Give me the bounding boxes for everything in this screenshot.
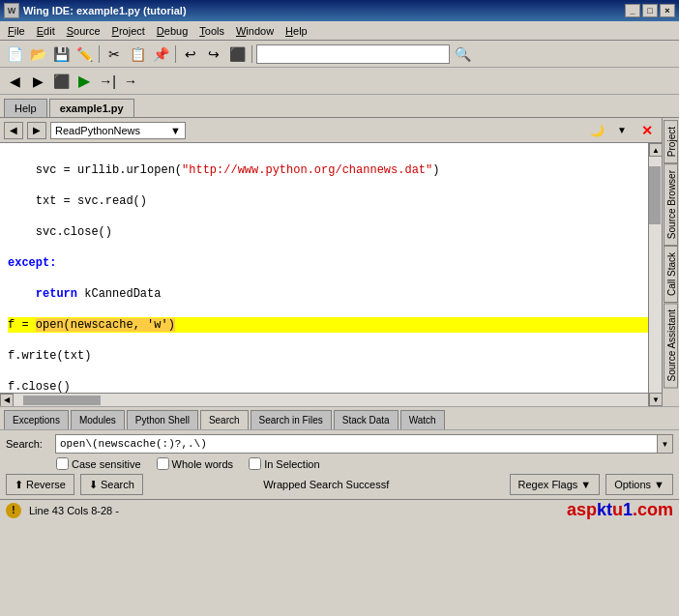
scroll-up-button[interactable]: ▲	[649, 143, 662, 157]
status-bar: ! Line 43 Cols 8-28 - aspktu1.com	[0, 499, 679, 520]
right-tab-call-stack[interactable]: Call Stack	[664, 246, 678, 303]
checkbox-row: Case sensitive Whole words In Selection	[6, 457, 673, 470]
menu-help[interactable]: Help	[280, 23, 313, 39]
code-editor[interactable]: svc = urllib.urlopen("http://www.python.…	[0, 143, 662, 393]
code-content: svc = urllib.urlopen("http://www.python.…	[0, 143, 662, 393]
save-file-button[interactable]: 💾	[50, 44, 72, 65]
close-window-button[interactable]: ×	[660, 4, 675, 17]
h-scroll-thumb[interactable]	[23, 396, 101, 405]
menu-window[interactable]: Window	[230, 23, 280, 39]
right-tab-source-browser[interactable]: Source Browser	[664, 163, 678, 246]
cut-button[interactable]: ✂	[103, 44, 125, 65]
run-button[interactable]: ▶	[74, 71, 95, 92]
search-dropdown-button[interactable]: ▼	[658, 434, 673, 454]
code-line: svc.close()	[8, 224, 654, 240]
step-into-button[interactable]: →|	[97, 71, 118, 92]
reverse-button[interactable]: ⬆ Reverse	[6, 474, 74, 495]
regex-flags-label: Regex Flags	[518, 479, 578, 490]
copy-button[interactable]: 📋	[127, 44, 148, 65]
search-button[interactable]: ⬇ Search	[80, 474, 143, 495]
wrapped-status: Wrapped Search Successf	[149, 479, 504, 490]
back-button[interactable]: ◀	[4, 71, 25, 92]
regex-dropdown-icon: ▼	[580, 479, 591, 490]
search-toolbar-button[interactable]: 🔍	[452, 44, 473, 65]
redo-button[interactable]: ↪	[203, 44, 224, 65]
tab-python-shell[interactable]: Python Shell	[127, 410, 198, 429]
tab-help[interactable]: Help	[4, 99, 47, 117]
dropdown-icon[interactable]: ▼	[611, 120, 633, 141]
scroll-thumb[interactable]	[649, 166, 661, 224]
search-toolbar-input[interactable]	[256, 44, 450, 64]
in-selection-label: In Selection	[264, 458, 319, 470]
search-row: Search: ▼	[6, 434, 673, 454]
options-button[interactable]: Options ▼	[605, 474, 673, 495]
function-name: ReadPythonNews	[55, 125, 140, 136]
search-label: Search	[101, 479, 134, 490]
scroll-down-button[interactable]: ▼	[649, 393, 662, 406]
tab-stack-data[interactable]: Stack Data	[334, 410, 399, 429]
menu-edit[interactable]: Edit	[31, 23, 61, 39]
main-container: ◀ ▶ ReadPythonNews ▼ 🌙 ▼ ✕ svc = urllib.…	[0, 118, 679, 406]
whole-words-label: Whole words	[172, 458, 234, 470]
moon-icon[interactable]: 🌙	[586, 120, 607, 141]
minimize-button[interactable]: _	[625, 4, 640, 17]
menu-file[interactable]: File	[2, 23, 31, 39]
in-selection-checkbox[interactable]	[249, 457, 261, 470]
function-dropdown[interactable]: ReadPythonNews ▼	[50, 122, 186, 139]
menu-debug[interactable]: Debug	[151, 23, 193, 39]
code-line: f.close()	[8, 379, 654, 393]
paste-button[interactable]: 📌	[150, 44, 171, 65]
right-tab-source-assistant[interactable]: Source Assistant	[664, 303, 678, 388]
options-dropdown-icon: ▼	[654, 479, 664, 490]
case-sensitive-checkbox-label[interactable]: Case sensitive	[56, 457, 141, 470]
action-row: ⬆ Reverse ⬇ Search Wrapped Search Succes…	[6, 474, 673, 495]
tab-watch[interactable]: Watch	[400, 410, 445, 429]
indent-button[interactable]: ⬛	[226, 44, 248, 65]
tab-modules[interactable]: Modules	[71, 410, 125, 429]
vertical-scrollbar[interactable]: ▲ ▼	[648, 143, 662, 406]
new-file-button[interactable]: 📄	[4, 44, 25, 65]
search-input[interactable]	[55, 434, 658, 454]
horizontal-scrollbar[interactable]: ◀ ▶	[0, 393, 662, 406]
tab-bar: Help example1.py	[0, 95, 679, 118]
case-sensitive-checkbox[interactable]	[56, 457, 69, 470]
tab-file[interactable]: example1.py	[49, 99, 134, 117]
scroll-left-button[interactable]: ◀	[0, 394, 14, 407]
whole-words-checkbox[interactable]	[157, 457, 169, 470]
toolbar-main: 📄 📂 💾 ✏️ ✂ 📋 📌 ↩ ↪ ⬛ 🔍	[0, 41, 679, 68]
status-warning-icon: !	[6, 503, 21, 518]
forward-button[interactable]: ▶	[27, 71, 48, 92]
tab-search[interactable]: Search	[200, 410, 249, 429]
bottom-tabs-bar: Exceptions Modules Python Shell Search S…	[0, 406, 679, 429]
app-logo: W	[4, 3, 19, 18]
tab-search-in-files[interactable]: Search in Files	[251, 410, 332, 429]
code-line: f.write(txt)	[8, 348, 654, 364]
search-panel: Search: ▼ Case sensitive Whole words In …	[0, 429, 679, 499]
search-arrow-icon: ⬇	[89, 479, 98, 491]
maximize-button[interactable]: □	[642, 4, 658, 17]
nav-back-button[interactable]: ◀	[4, 122, 23, 139]
debug-btn1[interactable]: ⬛	[50, 71, 72, 92]
h-scroll-track[interactable]	[14, 394, 648, 407]
options-label: Options	[614, 479, 651, 490]
scroll-track[interactable]	[649, 157, 662, 393]
title-bar-controls[interactable]: _ □ ×	[625, 4, 675, 17]
step-over-button[interactable]: →	[120, 71, 141, 92]
nav-forward-button[interactable]: ▶	[27, 122, 46, 139]
in-selection-checkbox-label[interactable]: In Selection	[249, 457, 319, 470]
menu-project[interactable]: Project	[106, 23, 151, 39]
regex-flags-button[interactable]: Regex Flags ▼	[510, 474, 601, 495]
tab-exceptions[interactable]: Exceptions	[4, 410, 69, 429]
right-tab-project[interactable]: Project	[664, 120, 678, 163]
menu-source[interactable]: Source	[61, 23, 106, 39]
edit-button[interactable]: ✏️	[74, 44, 95, 65]
close-editor-button[interactable]: ✕	[636, 120, 658, 141]
undo-button[interactable]: ↩	[180, 44, 201, 65]
title-bar-left: W Wing IDE: example1.py (tutorial)	[4, 3, 187, 18]
open-file-button[interactable]: 📂	[27, 44, 48, 65]
whole-words-checkbox-label[interactable]: Whole words	[157, 457, 234, 470]
code-line: txt = svc.read()	[8, 193, 654, 209]
search-input-wrap: ▼	[55, 434, 673, 454]
menu-tools[interactable]: Tools	[193, 23, 230, 39]
case-sensitive-label: Case sensitive	[72, 458, 141, 470]
